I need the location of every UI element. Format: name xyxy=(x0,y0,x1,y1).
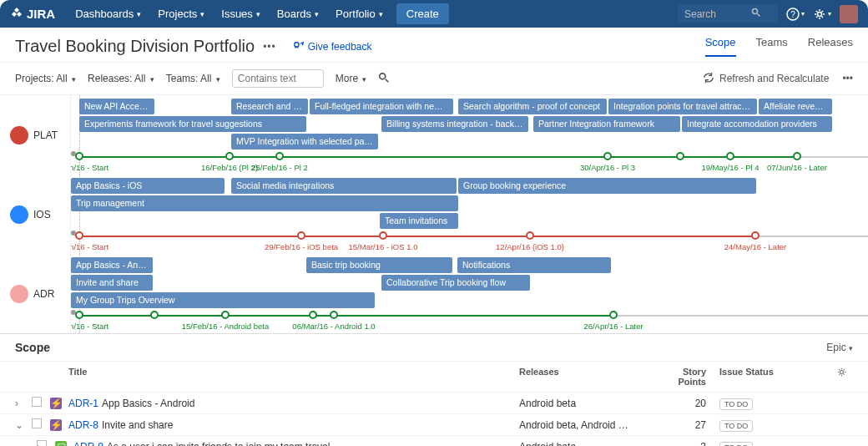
feedback-icon xyxy=(293,41,305,53)
release-marker[interactable] xyxy=(603,152,612,160)
release-label: 16/Feb/16 (Pl 2) xyxy=(201,163,258,172)
release-marker[interactable] xyxy=(75,152,83,160)
timeline-bar[interactable]: My Group Trips Overview xyxy=(71,292,375,308)
timeline-bar[interactable]: Basic trip booking xyxy=(306,257,452,273)
timeline-bar[interactable]: Billing systems integration - backend xyxy=(381,116,528,132)
tracks-area: New API Access …Research and ev…Full-fle… xyxy=(71,95,868,333)
search-input[interactable] xyxy=(684,8,751,20)
timeline-bar[interactable]: Partner Integration framework xyxy=(533,116,680,132)
row-checkbox[interactable] xyxy=(32,397,42,407)
release-marker[interactable] xyxy=(309,311,317,319)
expand-toggle[interactable]: › xyxy=(15,398,18,409)
issue-type-icon: ⚡ xyxy=(50,419,62,431)
release-label: 25/Feb/16 - Pl 2 xyxy=(251,163,308,172)
more-actions-button[interactable]: ••• xyxy=(263,41,276,53)
refresh-button[interactable] xyxy=(703,72,714,86)
svg-point-8 xyxy=(840,370,843,373)
svg-text:?: ? xyxy=(790,10,795,19)
timeline: PLATIOSADR New API Access …Research and … xyxy=(0,95,868,333)
row-releases: Android beta xyxy=(519,441,653,447)
timeline-bar[interactable]: Integrate accomodation providers xyxy=(682,116,832,132)
timeline-bar[interactable]: Affeliate revenue … xyxy=(759,99,832,114)
tab-releases[interactable]: Releases xyxy=(808,36,853,57)
filter-teams[interactable]: Teams: All ▾ xyxy=(166,73,220,84)
gear-icon[interactable] xyxy=(836,367,853,387)
release-label: 24/May/16 - Later xyxy=(724,242,786,251)
timeline-bar[interactable]: MVP Integration with selected payment… xyxy=(231,134,378,150)
release-marker[interactable] xyxy=(751,231,760,240)
table-row[interactable]: ›⚡ADR-1App Basics - AndroidAndroid beta2… xyxy=(0,393,868,414)
expand-toggle[interactable]: ⌄ xyxy=(15,419,23,431)
release-marker[interactable] xyxy=(726,152,734,160)
track-adr: App Basics - And…Basic trip bookingNotif… xyxy=(71,254,868,333)
issue-summary: Invite and share xyxy=(102,419,173,431)
timeline-bar[interactable]: Research and ev… xyxy=(231,99,308,114)
app-name: JIRA xyxy=(27,7,55,21)
create-button[interactable]: Create xyxy=(396,3,449,24)
nav-item-projects[interactable]: Projects ▾ xyxy=(149,3,213,25)
timeline-bar[interactable]: Social media integrations xyxy=(231,178,457,194)
tab-teams[interactable]: Teams xyxy=(756,36,788,57)
global-search[interactable] xyxy=(678,5,778,23)
user-avatar[interactable] xyxy=(840,5,858,23)
row-checkbox[interactable] xyxy=(32,418,42,428)
timeline-bar[interactable]: Group booking experience xyxy=(458,178,756,194)
release-marker[interactable] xyxy=(676,152,684,160)
release-marker[interactable] xyxy=(75,231,83,240)
track-label-adr: ADR xyxy=(0,254,70,333)
epic-dropdown[interactable]: Epic ▾ xyxy=(826,342,853,353)
issue-key-link[interactable]: ADR-8 xyxy=(68,419,98,431)
filter-search-input[interactable] xyxy=(232,69,324,88)
nav-item-boards[interactable]: Boards ▾ xyxy=(269,3,327,25)
tab-scope[interactable]: Scope xyxy=(705,36,736,57)
release-marker[interactable] xyxy=(526,231,534,240)
bars-row: App Basics - iOSSocial media integration… xyxy=(71,178,868,195)
toolbar-more-icon[interactable]: ••• xyxy=(842,73,853,84)
page-title: Travel Booking Division Portfolio xyxy=(15,37,255,56)
timeline-bar[interactable]: Search algorithm - proof of concept xyxy=(458,99,607,114)
release-marker[interactable] xyxy=(225,152,234,160)
timeline-bar[interactable]: Invite and share xyxy=(71,275,153,291)
timeline-bar[interactable]: Full-fledged integration with new paym… xyxy=(310,99,453,114)
refresh-label[interactable]: Refresh and Recalculate xyxy=(719,73,829,84)
timeline-bar[interactable]: New API Access … xyxy=(79,99,154,114)
nav-item-dashboards[interactable]: Dashboards ▾ xyxy=(67,3,149,25)
gear-icon[interactable]: ▾ xyxy=(813,8,831,21)
timeline-bar[interactable]: Notifications xyxy=(457,257,611,273)
nav-item-issues[interactable]: Issues ▾ xyxy=(213,3,269,25)
release-marker[interactable] xyxy=(330,311,338,319)
release-marker[interactable] xyxy=(221,311,230,319)
table-row[interactable]: ⌄⚡ADR-8Invite and shareAndroid beta, And… xyxy=(0,414,868,436)
give-feedback-link[interactable]: Give feedback xyxy=(293,41,372,53)
release-marker[interactable] xyxy=(150,311,159,319)
table-row[interactable]: ›▢ADR-9As a user i can invite friends to… xyxy=(0,436,868,446)
timeline-bar[interactable]: Collaborative Trip booking flow xyxy=(381,275,530,291)
help-icon[interactable]: ?▾ xyxy=(786,8,805,21)
filter-releases[interactable]: Releases: All ▾ xyxy=(88,73,154,84)
timeline-bar[interactable]: Trip management xyxy=(71,195,458,211)
timeline-bar[interactable]: App Basics - iOS xyxy=(71,178,225,194)
issue-key-link[interactable]: ADR-1 xyxy=(68,398,98,409)
timeline-bar[interactable]: Integration points for travel attraction… xyxy=(608,99,757,114)
release-marker[interactable] xyxy=(75,311,83,319)
nav-item-portfolio[interactable]: Portfolio ▾ xyxy=(327,3,391,25)
timeline-bar[interactable]: App Basics - And… xyxy=(71,257,153,273)
page-tabs: Scope Teams Releases xyxy=(705,36,853,57)
release-marker[interactable] xyxy=(275,152,284,160)
release-label: 15/Feb/16 - Android beta xyxy=(182,322,270,331)
release-marker[interactable] xyxy=(793,152,801,160)
release-marker[interactable] xyxy=(379,231,387,240)
issue-key-link[interactable]: ADR-9 xyxy=(73,441,103,447)
svg-point-0 xyxy=(753,9,758,14)
row-story-points: 3 xyxy=(653,441,719,447)
timeline-bar[interactable]: Team invitations xyxy=(380,213,458,229)
row-releases: Android beta xyxy=(519,398,653,409)
filter-projects[interactable]: Projects: All ▾ xyxy=(15,73,76,84)
row-checkbox[interactable] xyxy=(37,440,47,446)
jira-logo[interactable]: JIRA xyxy=(10,7,55,21)
filter-search-icon[interactable] xyxy=(378,72,390,86)
release-marker[interactable] xyxy=(297,231,305,240)
timeline-bar[interactable]: Experiments framework for travel suggest… xyxy=(79,116,306,132)
release-marker[interactable] xyxy=(609,311,618,319)
filter-more[interactable]: More ▾ xyxy=(336,73,367,84)
